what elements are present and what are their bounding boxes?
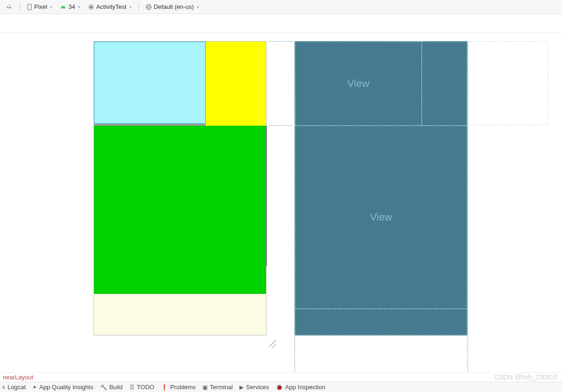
blueprint-label: View xyxy=(370,211,392,223)
chevron-down-icon: ▾ xyxy=(130,5,132,9)
design-canvas[interactable]: View View xyxy=(0,33,562,371)
design-guide-mid xyxy=(269,125,292,126)
blueprint-view-mid[interactable]: View xyxy=(295,126,467,309)
svg-point-2 xyxy=(29,8,29,9)
resize-handle[interactable] xyxy=(267,336,279,349)
design-top-row xyxy=(94,42,266,126)
blueprint-guide-right xyxy=(468,41,548,125)
tab-app-quality-insights[interactable]: ✦ App Quality Insights xyxy=(32,384,94,391)
theme-icon xyxy=(88,4,94,10)
tab-terminal[interactable]: ▣ Terminal xyxy=(202,384,233,391)
tab-services[interactable]: ▶ Services xyxy=(239,384,269,391)
tab-todo[interactable]: ☰ TODO xyxy=(130,384,154,391)
insights-icon: ✦ xyxy=(32,384,37,391)
tab-label: TODO xyxy=(137,384,154,391)
api-selector[interactable]: 34 ▾ xyxy=(57,2,83,11)
problems-icon: ❗ xyxy=(161,384,168,391)
api-label: 34 xyxy=(68,3,75,10)
build-icon: 🔨 xyxy=(100,384,107,391)
toolbar-separator xyxy=(138,3,139,11)
svg-point-3 xyxy=(62,7,62,7)
phone-icon xyxy=(27,4,32,10)
design-guide-top xyxy=(269,41,292,42)
android-icon xyxy=(60,4,66,10)
blueprint-view-top-right[interactable] xyxy=(422,42,467,126)
chevron-down-icon: ▾ xyxy=(50,5,52,9)
device-selector[interactable]: Pixel ▾ xyxy=(24,2,55,11)
locale-label: Default (en-us) xyxy=(154,3,194,10)
tab-app-inspection[interactable]: 🐞 App Inspection xyxy=(276,384,325,391)
tab-label: Terminal xyxy=(210,384,233,391)
layout-editor-toolbar: Pixel ▾ 34 ▾ ActivityTest ▾ Default (en-… xyxy=(0,0,562,14)
tab-problems[interactable]: ❗ Problems xyxy=(161,384,196,391)
component-breadcrumb[interactable]: nearLayout xyxy=(0,372,562,382)
blueprint-surface[interactable]: View View xyxy=(295,41,468,335)
design-surface-zoom[interactable] xyxy=(3,2,16,12)
blueprint-label: View xyxy=(347,78,369,90)
globe-icon xyxy=(145,4,152,10)
inspection-icon: 🐞 xyxy=(276,384,283,391)
locale-selector[interactable]: Default (en-us) ▾ xyxy=(143,2,202,11)
logcat-icon: ≡ xyxy=(2,384,5,391)
tab-label: Build xyxy=(109,384,123,391)
design-view-cyan[interactable] xyxy=(94,42,206,124)
services-icon: ▶ xyxy=(239,384,244,391)
bottom-tool-tabs: ≡ Logcat ✦ App Quality Insights 🔨 Build … xyxy=(0,382,562,392)
tab-logcat[interactable]: ≡ Logcat xyxy=(2,384,26,391)
activity-label: ActivityTest xyxy=(96,3,127,10)
blueprint-view-bottom[interactable] xyxy=(295,309,467,335)
design-view-yellow[interactable] xyxy=(206,42,266,127)
blueprint-view-top[interactable]: View xyxy=(295,42,422,126)
design-view-green[interactable] xyxy=(94,126,266,294)
design-scroll-indicator xyxy=(265,126,267,266)
terminal-icon: ▣ xyxy=(202,384,208,391)
editor-sub-toolbar xyxy=(0,14,562,33)
tab-label: Logcat xyxy=(7,384,26,391)
todo-icon: ☰ xyxy=(130,384,135,391)
svg-line-6 xyxy=(64,6,65,7)
zoom-icon xyxy=(6,3,13,11)
svg-line-5 xyxy=(62,6,63,7)
svg-point-4 xyxy=(64,7,64,7)
tab-label: Services xyxy=(246,384,269,391)
tab-label: App Inspection xyxy=(285,384,325,391)
design-surface[interactable] xyxy=(94,41,267,335)
tab-label: App Quality Insights xyxy=(39,384,94,391)
tab-label: Problems xyxy=(170,384,196,391)
device-label: Pixel xyxy=(34,3,47,10)
svg-point-8 xyxy=(90,6,92,8)
breadcrumb-tail: nearLayout xyxy=(3,374,33,381)
activity-selector[interactable]: ActivityTest ▾ xyxy=(85,2,135,11)
chevron-down-icon: ▾ xyxy=(197,5,199,9)
toolbar-separator xyxy=(20,3,20,11)
chevron-down-icon: ▾ xyxy=(78,5,80,9)
tab-build[interactable]: 🔨 Build xyxy=(100,384,123,391)
